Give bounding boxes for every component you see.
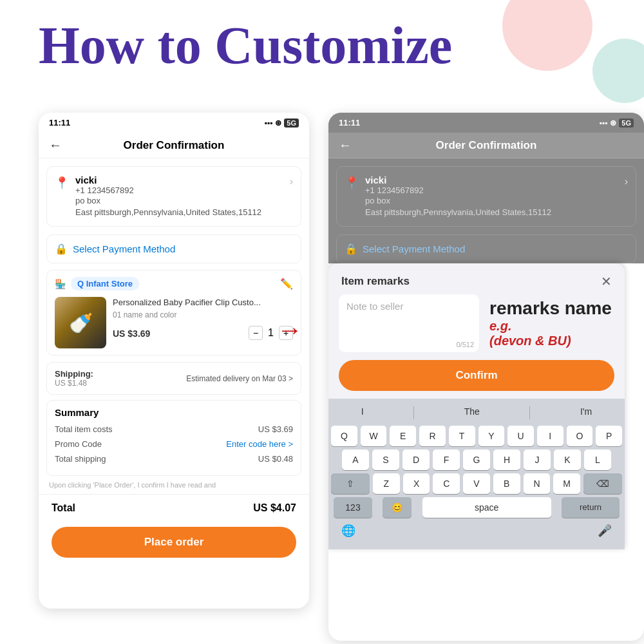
return-key[interactable]: return [562,497,620,518]
left-promo-label: Promo Code [55,439,102,449]
microphone-icon[interactable]: 🎤 [598,524,612,538]
annotation-line2: e.g. [489,319,614,334]
right-address-name: vicki [365,175,618,185]
key-i[interactable]: I [537,426,564,446]
left-product-variant: 01 name and color [113,310,293,319]
left-summary-title: Summary [55,407,293,418]
left-total-label: Total [52,502,75,514]
left-address-line2: East pittsburgh,Pennsylvania,United Stat… [75,207,283,218]
left-product-quantity: 1 [268,327,274,339]
edit-note-icon[interactable]: ✏️ [280,278,293,290]
payment-icon: 🔒 [55,243,68,255]
left-status-icons: ▪▪▪ ⊛ 5G [265,118,299,128]
numbers-key[interactable]: 123 [334,497,372,518]
left-back-button[interactable]: ← [49,138,62,153]
keyboard-row-3: ⇧ Z X C V B N M ⌫ [331,473,622,494]
place-order-button[interactable]: Place order [52,527,296,558]
suggestion-i[interactable]: I [361,406,364,419]
key-f[interactable]: F [433,450,460,470]
right-address-chevron-icon: › [625,176,628,187]
main-title: How to Customize [39,19,452,72]
keyboard-row-2: A S D F G H J K L [331,450,622,470]
left-total-row: Total US $4.07 [39,494,309,522]
remarks-close-button[interactable]: ✕ [601,274,612,289]
left-shipping-row: Shipping: US $1.48 Estimated delivery on… [46,362,301,395]
keyboard-bottom-row: 🌐 🎤 [331,521,622,542]
remarks-title: Item remarks [341,275,410,288]
decrease-qty-button[interactable]: − [249,326,263,340]
bg-circle-pink [502,0,592,71]
key-a[interactable]: A [342,450,369,470]
left-delivery[interactable]: Estimated delivery on Mar 03 > [186,374,293,383]
right-payment-icon: 🔒 [345,243,357,255]
annotation-line3: (devon & BU) [489,334,614,348]
key-p[interactable]: P [596,426,622,446]
key-y[interactable]: Y [478,426,505,446]
key-b[interactable]: B [493,473,520,494]
suggestion-the[interactable]: The [464,406,480,419]
left-address-line1: po box [75,195,283,207]
shift-key[interactable]: ⇧ [331,473,370,494]
key-k[interactable]: K [554,450,581,470]
left-shipping-summary-row: Total shipping US $0.48 [55,454,293,464]
emoji-key[interactable]: 😊 [383,497,412,518]
right-back-button[interactable]: ← [339,138,352,153]
key-c[interactable]: C [433,473,460,494]
left-payment-row[interactable]: 🔒 Select Payment Method [46,234,301,263]
left-summary: Summary Total item costs US $3.69 Promo … [46,400,301,476]
keyboard-suggestions: I The I'm [331,402,622,423]
key-v[interactable]: V [463,473,490,494]
right-payment-label: Select Payment Method [363,243,465,254]
suggestion-im[interactable]: I'm [580,406,592,419]
delete-key[interactable]: ⌫ [583,473,622,494]
suggestion-divider-1 [413,406,414,419]
store-icon: 🏪 [55,279,66,289]
left-store-name[interactable]: Q Infant Store [71,277,139,290]
key-x[interactable]: X [403,473,430,494]
left-item-costs-row: Total item costs US $3.69 [55,424,293,434]
left-address-phone: +1 1234567892 [75,185,283,195]
right-address-line2: East pittsburgh,Pennsylvania,United Stat… [365,207,618,218]
right-signal-icon: ▪▪▪ [600,118,608,128]
key-w[interactable]: W [361,426,387,446]
key-g[interactable]: G [463,450,490,470]
key-u[interactable]: U [507,426,534,446]
left-product-price: US $3.69 [113,328,150,339]
right-address-card[interactable]: 📍 vicki +1 1234567892 po box East pittsb… [336,166,636,227]
left-store-row: 🏪 Q Infant Store ✏️ 🍼 Personalized Baby … [46,270,301,355]
location-icon: 📍 [55,176,69,190]
left-total-value: US $4.07 [253,502,296,514]
key-n[interactable]: N [524,473,551,494]
left-shipping-cost: US $1.48 [55,379,93,388]
confirm-button[interactable]: Confirm [339,360,614,391]
right-payment-row[interactable]: 🔒 Select Payment Method [336,234,636,263]
key-o[interactable]: O [567,426,593,446]
right-address-content: vicki +1 1234567892 po box East pittsbur… [365,175,618,218]
left-address-card[interactable]: 📍 vicki +1 1234567892 po box East pittsb… [46,166,301,227]
key-m[interactable]: M [553,473,580,494]
key-j[interactable]: J [524,450,551,470]
key-s[interactable]: S [372,450,399,470]
key-e[interactable]: E [390,426,416,446]
left-store-header: 🏪 Q Infant Store ✏️ [55,277,293,290]
key-l[interactable]: L [584,450,611,470]
left-promo-value[interactable]: Enter code here > [226,439,293,449]
space-key[interactable]: space [422,497,551,518]
globe-icon[interactable]: 🌐 [341,524,355,538]
left-shipping-left: Shipping: US $1.48 [55,369,93,388]
keyboard-row-1: Q W E R T Y U I O P [331,426,622,446]
right-nav-bar: ← Order Confirmation [328,133,644,158]
note-input-area[interactable]: Note to seller 0/512 [339,294,479,352]
key-q[interactable]: Q [331,426,357,446]
battery-icon: 5G [284,118,299,128]
left-shipping-flex: Shipping: US $1.48 Estimated delivery on… [55,369,293,388]
left-promo-row[interactable]: Promo Code Enter code here > [55,439,293,449]
key-z[interactable]: Z [373,473,400,494]
key-d[interactable]: D [402,450,430,470]
key-t[interactable]: T [449,426,475,446]
key-r[interactable]: R [419,426,446,446]
left-nav-title: Order Confirmation [62,139,286,152]
annotation-line1: remarks name [489,299,614,319]
note-placeholder: Note to seller [346,301,403,312]
key-h[interactable]: H [493,450,520,470]
